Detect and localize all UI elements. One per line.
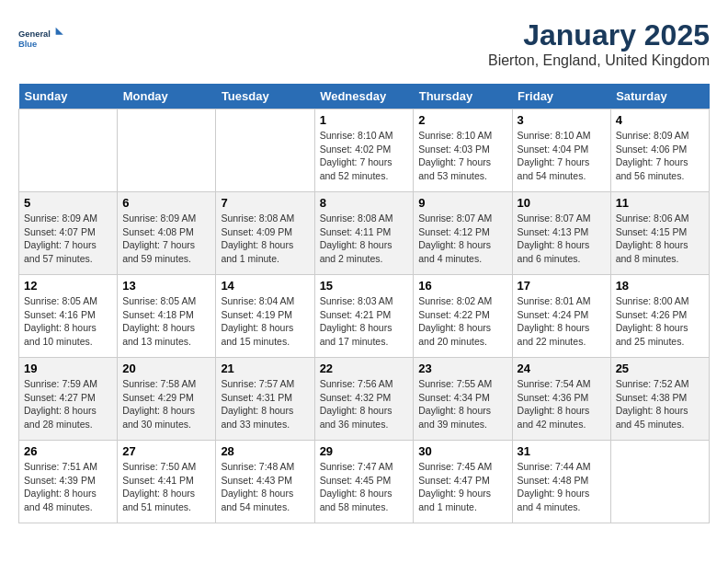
week-row-3: 12Sunrise: 8:05 AMSunset: 4:16 PMDayligh… [19,275,710,358]
day-info: Sunrise: 8:09 AMSunset: 4:07 PMDaylight:… [24,212,112,266]
week-row-4: 19Sunrise: 7:59 AMSunset: 4:27 PMDayligh… [19,358,710,441]
logo: General Blue [18,18,64,60]
day-number: 30 [418,444,506,458]
calendar-cell: 13Sunrise: 8:05 AMSunset: 4:18 PMDayligh… [118,275,216,358]
day-info: Sunrise: 7:55 AMSunset: 4:34 PMDaylight:… [418,377,506,431]
month-title: January 2025 [488,18,710,52]
day-info: Sunrise: 8:10 AMSunset: 4:03 PMDaylight:… [418,129,506,183]
day-number: 20 [122,362,210,375]
day-number: 27 [122,444,210,458]
calendar-cell: 9Sunrise: 8:07 AMSunset: 4:12 PMDaylight… [414,192,512,275]
day-info: Sunrise: 8:05 AMSunset: 4:16 PMDaylight:… [24,294,112,349]
day-number: 25 [616,362,704,375]
calendar-cell: 25Sunrise: 7:52 AMSunset: 4:38 PMDayligh… [610,358,709,441]
location: Bierton, England, United Kingdom [488,52,710,69]
day-number: 8 [320,196,409,210]
day-number: 9 [418,196,506,210]
calendar-cell: 17Sunrise: 8:01 AMSunset: 4:24 PMDayligh… [512,275,610,358]
day-number: 18 [616,279,704,293]
weekday-header-tuesday: Tuesday [216,84,314,109]
day-info: Sunrise: 8:10 AMSunset: 4:02 PMDaylight:… [320,129,409,183]
day-number: 6 [122,196,210,210]
day-info: Sunrise: 8:09 AMSunset: 4:08 PMDaylight:… [122,212,210,266]
calendar-cell: 2Sunrise: 8:10 AMSunset: 4:03 PMDaylight… [414,109,512,192]
day-info: Sunrise: 7:50 AMSunset: 4:41 PMDaylight:… [122,460,210,514]
svg-text:General: General [18,29,51,39]
day-number: 29 [320,444,409,458]
day-info: Sunrise: 7:47 AMSunset: 4:45 PMDaylight:… [320,460,409,514]
day-info: Sunrise: 7:51 AMSunset: 4:39 PMDaylight:… [24,460,112,514]
logo-svg: General Blue [18,18,64,60]
day-info: Sunrise: 8:07 AMSunset: 4:13 PMDaylight:… [518,212,606,266]
day-info: Sunrise: 8:04 AMSunset: 4:19 PMDaylight:… [221,294,309,349]
calendar-cell: 24Sunrise: 7:54 AMSunset: 4:36 PMDayligh… [512,358,610,441]
day-info: Sunrise: 7:54 AMSunset: 4:36 PMDaylight:… [518,377,606,431]
day-number: 1 [320,113,409,127]
calendar-cell: 21Sunrise: 7:57 AMSunset: 4:31 PMDayligh… [216,358,314,441]
day-number: 24 [518,362,606,375]
day-number: 28 [221,444,309,458]
day-info: Sunrise: 7:45 AMSunset: 4:47 PMDaylight:… [418,460,506,514]
day-info: Sunrise: 7:58 AMSunset: 4:29 PMDaylight:… [122,377,210,431]
calendar-cell: 6Sunrise: 8:09 AMSunset: 4:08 PMDaylight… [118,192,216,275]
calendar-cell: 26Sunrise: 7:51 AMSunset: 4:39 PMDayligh… [19,441,118,523]
weekday-header-thursday: Thursday [414,84,512,109]
calendar-cell: 3Sunrise: 8:10 AMSunset: 4:04 PMDaylight… [512,109,610,192]
weekday-header-wednesday: Wednesday [314,84,414,109]
day-number: 2 [418,113,506,127]
day-number: 19 [24,362,112,375]
week-row-5: 26Sunrise: 7:51 AMSunset: 4:39 PMDayligh… [19,441,710,523]
calendar-cell: 19Sunrise: 7:59 AMSunset: 4:27 PMDayligh… [19,358,118,441]
calendar-cell [216,109,314,192]
calendar-cell: 15Sunrise: 8:03 AMSunset: 4:21 PMDayligh… [314,275,414,358]
weekday-header-monday: Monday [118,84,216,109]
calendar-cell: 1Sunrise: 8:10 AMSunset: 4:02 PMDaylight… [314,109,414,192]
calendar-cell: 12Sunrise: 8:05 AMSunset: 4:16 PMDayligh… [19,275,118,358]
day-number: 3 [518,113,606,127]
day-number: 31 [518,444,606,458]
day-info: Sunrise: 7:48 AMSunset: 4:43 PMDaylight:… [221,460,309,514]
day-number: 13 [122,279,210,293]
week-row-1: 1Sunrise: 8:10 AMSunset: 4:02 PMDaylight… [19,109,710,192]
day-info: Sunrise: 8:05 AMSunset: 4:18 PMDaylight:… [122,294,210,349]
day-info: Sunrise: 7:57 AMSunset: 4:31 PMDaylight:… [221,377,309,431]
weekday-header-sunday: Sunday [19,84,118,109]
day-number: 10 [518,196,606,210]
day-number: 16 [418,279,506,293]
calendar-cell: 4Sunrise: 8:09 AMSunset: 4:06 PMDaylight… [610,109,709,192]
svg-marker-2 [56,28,63,35]
day-info: Sunrise: 8:09 AMSunset: 4:06 PMDaylight:… [616,129,704,183]
day-number: 17 [518,279,606,293]
weekday-header-saturday: Saturday [610,84,709,109]
calendar-cell: 18Sunrise: 8:00 AMSunset: 4:26 PMDayligh… [610,275,709,358]
calendar-cell: 14Sunrise: 8:04 AMSunset: 4:19 PMDayligh… [216,275,314,358]
calendar-cell: 31Sunrise: 7:44 AMSunset: 4:48 PMDayligh… [512,441,610,523]
calendar-cell: 22Sunrise: 7:56 AMSunset: 4:32 PMDayligh… [314,358,414,441]
calendar-cell [118,109,216,192]
day-number: 12 [24,279,112,293]
calendar-cell: 29Sunrise: 7:47 AMSunset: 4:45 PMDayligh… [314,441,414,523]
day-number: 23 [418,362,506,375]
calendar-cell: 30Sunrise: 7:45 AMSunset: 4:47 PMDayligh… [414,441,512,523]
day-number: 5 [24,196,112,210]
title-block: January 2025 Bierton, England, United Ki… [488,18,710,69]
calendar-cell [19,109,118,192]
calendar-table: SundayMondayTuesdayWednesdayThursdayFrid… [18,84,710,523]
weekday-header-row: SundayMondayTuesdayWednesdayThursdayFrid… [19,84,710,109]
calendar-cell: 16Sunrise: 8:02 AMSunset: 4:22 PMDayligh… [414,275,512,358]
day-number: 26 [24,444,112,458]
day-info: Sunrise: 8:06 AMSunset: 4:15 PMDaylight:… [616,212,704,266]
page-header: General Blue January 2025 Bierton, Engla… [18,18,710,69]
day-number: 22 [320,362,409,375]
day-info: Sunrise: 8:07 AMSunset: 4:12 PMDaylight:… [418,212,506,266]
day-info: Sunrise: 8:10 AMSunset: 4:04 PMDaylight:… [518,129,606,183]
day-number: 21 [221,362,309,375]
day-info: Sunrise: 8:03 AMSunset: 4:21 PMDaylight:… [320,294,409,349]
calendar-cell: 8Sunrise: 8:08 AMSunset: 4:11 PMDaylight… [314,192,414,275]
day-info: Sunrise: 7:59 AMSunset: 4:27 PMDaylight:… [24,377,112,431]
calendar-cell: 5Sunrise: 8:09 AMSunset: 4:07 PMDaylight… [19,192,118,275]
day-number: 4 [616,113,704,127]
calendar-cell: 20Sunrise: 7:58 AMSunset: 4:29 PMDayligh… [118,358,216,441]
calendar-cell: 7Sunrise: 8:08 AMSunset: 4:09 PMDaylight… [216,192,314,275]
calendar-cell: 28Sunrise: 7:48 AMSunset: 4:43 PMDayligh… [216,441,314,523]
